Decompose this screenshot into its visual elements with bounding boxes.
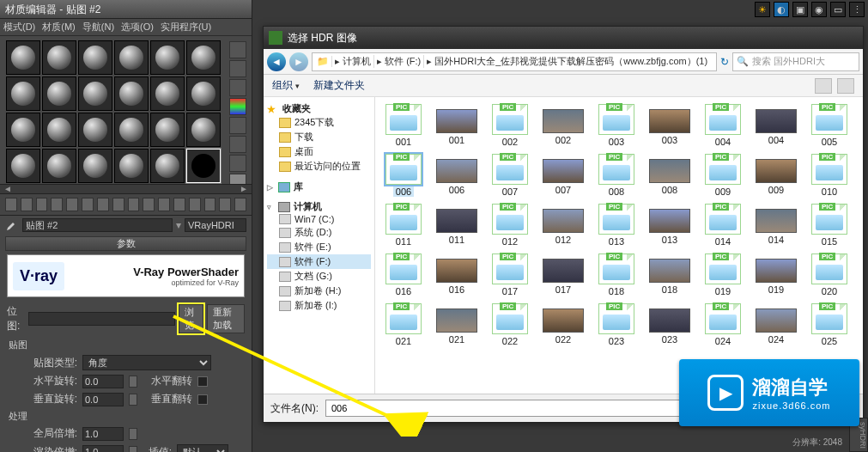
tree-drive-item[interactable]: 软件 (F:) xyxy=(267,254,371,269)
vrot-spin-buttons[interactable] xyxy=(129,394,137,406)
file-item[interactable]: 002 xyxy=(537,104,589,147)
overall-spin-buttons[interactable] xyxy=(129,428,137,440)
render-spin-buttons[interactable] xyxy=(129,446,137,452)
material-swatch[interactable] xyxy=(186,113,221,147)
tree-item[interactable]: 最近访问的位置 xyxy=(267,159,371,174)
file-item[interactable]: 017 xyxy=(484,253,536,296)
search-input[interactable]: 🔍 搜索 国外HDRI大 xyxy=(732,52,859,71)
file-item[interactable]: 014 xyxy=(697,204,749,247)
material-swatch[interactable] xyxy=(6,113,40,147)
material-swatch[interactable] xyxy=(42,113,76,147)
material-swatch[interactable] xyxy=(114,113,149,147)
file-item[interactable]: 024 xyxy=(697,303,749,346)
sample-tool-rgb[interactable] xyxy=(229,98,246,115)
overall-mult-spinner[interactable]: 1.0 xyxy=(82,427,124,441)
help-button[interactable] xyxy=(837,78,854,94)
menu-item[interactable]: 模式(D) xyxy=(3,21,35,32)
file-item[interactable]: 003 xyxy=(644,104,695,147)
file-item[interactable]: 007 xyxy=(484,154,536,197)
bitmap-path-input[interactable] xyxy=(28,312,175,326)
sample-tool-1[interactable] xyxy=(229,41,246,58)
tree-drive-item[interactable]: 软件 (E:) xyxy=(267,240,371,254)
material-swatch[interactable] xyxy=(186,40,221,75)
eyedropper-icon[interactable] xyxy=(5,218,19,232)
file-item[interactable]: 020 xyxy=(804,253,855,296)
file-item[interactable]: 013 xyxy=(591,204,642,247)
render-mult-spinner[interactable]: 1.0 xyxy=(82,445,124,452)
tool-icon-4[interactable]: ⋮ xyxy=(849,2,865,17)
file-item[interactable]: 021 xyxy=(378,303,429,346)
material-swatch[interactable] xyxy=(186,149,221,183)
file-item[interactable]: 016 xyxy=(378,253,429,296)
material-swatch[interactable] xyxy=(78,76,112,111)
material-swatch[interactable] xyxy=(150,149,185,183)
cloud-icon[interactable]: ◐ xyxy=(774,2,789,17)
breadcrumb-segment[interactable]: ▸ 国外HDRI大全_佐邦视觉提供下载解压密码（www.zbfjg.com）(1… xyxy=(424,55,710,68)
browse-button[interactable]: 浏览 xyxy=(179,304,203,333)
file-item[interactable]: 001 xyxy=(431,104,483,147)
file-item[interactable]: 014 xyxy=(750,204,802,247)
toolbar-button[interactable] xyxy=(234,198,246,211)
organize-menu[interactable]: 组织 xyxy=(272,78,300,93)
file-item[interactable]: 021 xyxy=(431,303,483,346)
toolbar-button[interactable] xyxy=(97,198,109,211)
material-swatch[interactable] xyxy=(150,113,185,147)
file-item[interactable]: 018 xyxy=(591,253,642,296)
file-item[interactable]: 011 xyxy=(378,204,429,247)
menu-item[interactable]: 材质(M) xyxy=(42,21,76,32)
breadcrumb-segment[interactable]: ▸ 计算机 xyxy=(332,55,374,68)
tool-icon-3[interactable]: ▭ xyxy=(830,2,846,17)
material-swatch[interactable] xyxy=(114,76,149,111)
file-item[interactable]: 023 xyxy=(644,303,695,346)
favorites-label[interactable]: 收藏夹 xyxy=(282,102,311,115)
file-item[interactable]: 001 xyxy=(378,104,429,147)
material-swatch[interactable] xyxy=(42,40,76,75)
file-item[interactable]: 018 xyxy=(644,253,695,296)
refresh-icon[interactable]: ↻ xyxy=(720,56,729,68)
map-name-input[interactable] xyxy=(22,218,173,232)
file-item[interactable]: 009 xyxy=(697,154,749,197)
toolbar-button[interactable] xyxy=(204,198,216,211)
file-item[interactable]: 024 xyxy=(750,303,802,346)
dropdown-icon[interactable]: ▾ xyxy=(176,219,181,231)
sample-tool-5[interactable] xyxy=(229,136,246,153)
toolbar-button[interactable] xyxy=(219,198,231,211)
computer-label[interactable]: 计算机 xyxy=(294,200,322,213)
breadcrumb-segment[interactable]: ▸ 软件 (F:) xyxy=(374,55,424,68)
file-item[interactable]: 012 xyxy=(484,204,536,247)
vrot-spinner[interactable]: 0.0 xyxy=(82,393,124,406)
material-swatch[interactable] xyxy=(150,76,185,111)
toolbar-button[interactable] xyxy=(158,198,170,211)
material-swatch[interactable] xyxy=(6,76,40,111)
sun-icon[interactable]: ☀ xyxy=(755,2,770,17)
material-swatch[interactable] xyxy=(186,76,221,111)
tree-item[interactable]: 2345下载 xyxy=(267,115,371,130)
tool-icon-2[interactable]: ◉ xyxy=(811,2,827,17)
dialog-title-bar[interactable]: 选择 HDR 图像 xyxy=(264,27,863,49)
vflip-checkbox[interactable] xyxy=(197,394,208,405)
toolbar-button[interactable] xyxy=(82,198,94,211)
file-item[interactable]: 008 xyxy=(591,154,642,197)
menu-item[interactable]: 选项(O) xyxy=(121,21,154,32)
file-item[interactable]: 010 xyxy=(804,154,855,197)
file-item[interactable]: 004 xyxy=(697,104,749,147)
material-swatch[interactable] xyxy=(78,113,112,147)
file-item[interactable]: 019 xyxy=(750,253,802,296)
tool-icon-1[interactable]: ▣ xyxy=(792,2,808,17)
toolbar-button[interactable] xyxy=(36,198,48,211)
hrot-spinner[interactable]: 0.0 xyxy=(82,375,124,388)
params-rollup-header[interactable]: 参数 xyxy=(5,236,246,251)
material-swatch[interactable] xyxy=(78,40,112,75)
toolbar-button[interactable] xyxy=(51,198,63,211)
tree-drive-item[interactable]: 新加卷 (I:) xyxy=(267,298,371,313)
tree-drive-item[interactable]: Win7 (C:) xyxy=(267,213,371,225)
toolbar-button[interactable] xyxy=(128,198,140,211)
interp-select[interactable]: 默认 xyxy=(177,444,228,452)
new-folder-button[interactable]: 新建文件夹 xyxy=(313,78,365,93)
sample-tool-6[interactable] xyxy=(229,155,246,172)
material-swatch[interactable] xyxy=(6,149,40,183)
menu-item[interactable]: 导航(N) xyxy=(82,21,114,32)
file-item[interactable]: 019 xyxy=(697,253,749,296)
file-item[interactable]: 013 xyxy=(644,204,695,247)
map-type-box[interactable]: VRayHDRI xyxy=(185,218,246,232)
